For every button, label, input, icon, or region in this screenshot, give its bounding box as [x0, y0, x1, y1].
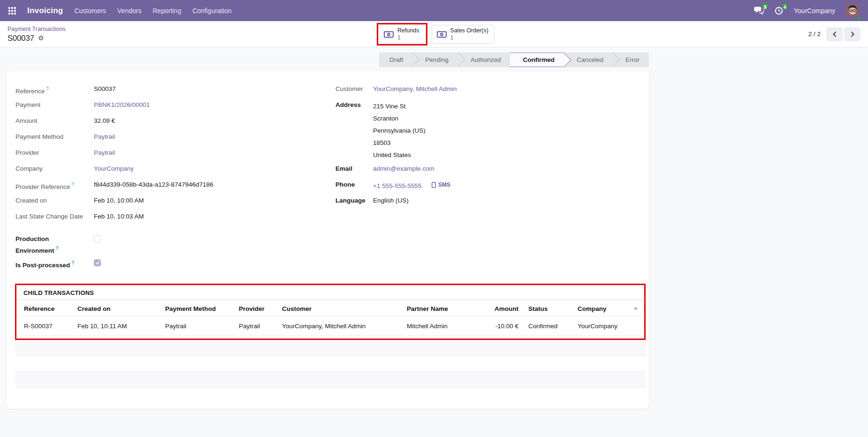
field-value: Feb 10, 10:03 AM — [94, 212, 144, 221]
nav-menu-configuration[interactable]: Configuration — [192, 7, 231, 15]
status-draft[interactable]: Draft — [379, 53, 412, 67]
empty-row — [15, 372, 646, 388]
sms-button[interactable]: SMS — [432, 180, 450, 189]
col-customer[interactable]: Customer — [278, 301, 403, 316]
breadcrumb: Payment Transactions S00037 ⚙ — [8, 26, 66, 43]
field-email: Email admin@example.com — [335, 161, 640, 177]
field-label: Email — [335, 164, 367, 173]
company-link[interactable]: YourCompany — [94, 164, 134, 173]
provider-link[interactable]: Paytrail — [94, 148, 115, 158]
status-label: Draft — [389, 56, 403, 63]
payment-link[interactable]: PBNK1/2026/00001 — [94, 100, 150, 110]
refunds-count: 1 — [397, 34, 419, 41]
help-icon: ? — [71, 182, 74, 187]
status-label: Authorized — [471, 56, 501, 63]
messages-icon[interactable]: 8 — [754, 6, 764, 15]
fields-right-column: Customer YourCompany, Mitchell Admin Add… — [335, 82, 640, 271]
sort-arrows-icon — [634, 305, 638, 312]
pager-counter[interactable]: 2 / 2 — [808, 30, 821, 38]
field-provider: Provider Paytrail — [15, 145, 335, 161]
field-label: Customer — [335, 84, 367, 94]
address-line: United States — [373, 149, 426, 161]
field-label: Payment Method — [15, 132, 88, 142]
chevron-right-icon — [850, 31, 855, 38]
is-post-processed-checkbox[interactable] — [94, 259, 101, 266]
field-label: Last State Change Date — [15, 212, 88, 221]
col-provider[interactable]: Provider — [235, 301, 278, 316]
actions-gear-icon[interactable]: ⚙ — [38, 35, 44, 41]
status-label: Error — [625, 56, 640, 63]
col-created-on[interactable]: Created on — [74, 301, 161, 316]
table-header-row: Reference Created on Payment Method Prov… — [16, 301, 644, 316]
company-switcher[interactable]: YourCompany — [794, 7, 835, 15]
record-title: S00037 — [8, 34, 34, 43]
status-authorized[interactable]: Authorized — [458, 53, 510, 67]
fields-left-column: Reference? S00037 Payment PBNK1/2026/000… — [15, 82, 335, 271]
phone-link[interactable]: +1 555-555-5555 — [373, 182, 421, 189]
field-reference: Reference? S00037 — [15, 82, 335, 98]
user-avatar[interactable] — [845, 3, 860, 19]
checkmark-icon — [95, 261, 100, 265]
statusbar: Draft Pending Authorized Confirmed Cance… — [379, 53, 649, 67]
col-status[interactable]: Status — [522, 301, 574, 316]
pager-next-button[interactable] — [844, 27, 860, 41]
email-link[interactable]: admin@example.com — [373, 164, 434, 173]
language-value: English (US) — [373, 196, 409, 205]
table-row[interactable]: R-S00037 Feb 10, 10:11 AM Paytrail Paytr… — [16, 316, 644, 336]
apps-grid-icon[interactable] — [8, 7, 16, 15]
sales-orders-count: 1 — [450, 34, 488, 41]
field-label: Is Post-processed? — [15, 258, 88, 270]
optional-columns-icon[interactable] — [634, 305, 640, 312]
address-line: 215 Vine St — [373, 100, 426, 113]
payment-method-link[interactable]: Paytrail — [94, 132, 115, 142]
nav-menu-customers[interactable]: Customers — [74, 7, 106, 15]
col-payment-method[interactable]: Payment Method — [161, 301, 235, 316]
status-confirmed-active[interactable]: Confirmed — [510, 53, 564, 67]
annotation-highlight-child-transactions: CHILD TRANSACTIONS Reference Created on … — [15, 284, 646, 340]
field-payment-method: Payment Method Paytrail — [15, 129, 335, 145]
col-amount[interactable]: Amount — [489, 301, 522, 316]
field-payment: Payment PBNK1/2026/00001 — [15, 98, 335, 113]
online-status-dot — [856, 15, 861, 21]
empty-row — [15, 388, 646, 404]
field-value: f844d339-058b-43da-a123-8747946d7186 — [94, 180, 213, 189]
status-label: Pending — [425, 56, 449, 63]
field-label: Phone — [335, 180, 367, 189]
field-label: Production Environment? — [15, 234, 88, 256]
child-transactions-table: Reference Created on Payment Method Prov… — [16, 301, 644, 336]
top-navbar: Invoicing Customers Vendors Reporting Co… — [0, 0, 868, 21]
cell-payment-method: Paytrail — [161, 316, 235, 336]
pager-previous-button[interactable] — [826, 27, 843, 41]
pager: 2 / 2 — [808, 27, 860, 41]
field-last-state-change: Last State Change Date Feb 10, 10:03 AM — [15, 209, 335, 232]
cell-status: Confirmed — [522, 316, 574, 336]
app-name[interactable]: Invoicing — [27, 6, 63, 15]
field-label: Provider — [15, 148, 88, 158]
form-sheet: Reference? S00037 Payment PBNK1/2026/000… — [7, 71, 649, 409]
col-reference[interactable]: Reference — [16, 301, 74, 316]
cell-created-on: Feb 10, 10:11 AM — [74, 316, 161, 336]
field-is-post-processed: Is Post-processed? — [15, 256, 335, 271]
banknote-icon — [384, 31, 394, 38]
col-partner-name[interactable]: Partner Name — [403, 301, 489, 316]
field-value: S00037 — [94, 84, 116, 94]
sales-orders-button[interactable]: Sales Order(s) 1 — [432, 25, 495, 44]
field-label: Created on — [15, 196, 88, 205]
field-value: Feb 10, 10:00 AM — [94, 196, 144, 205]
refunds-button[interactable]: Refunds 1 — [379, 25, 426, 44]
customer-link[interactable]: YourCompany, Mitchell Admin — [373, 84, 457, 94]
production-environment-checkbox[interactable] — [94, 235, 101, 242]
activities-icon[interactable]: 4 — [774, 6, 784, 15]
address-line: Scranton — [373, 113, 426, 125]
avatar-image — [845, 3, 860, 17]
field-label: Company — [15, 164, 88, 173]
refunds-label: Refunds — [397, 27, 419, 34]
field-label: Reference? — [15, 84, 88, 96]
nav-menu-reporting[interactable]: Reporting — [152, 7, 181, 15]
col-company[interactable]: Company — [574, 301, 630, 316]
breadcrumb-parent-link[interactable]: Payment Transactions — [8, 26, 66, 32]
cell-amount: -10.00 € — [489, 316, 522, 336]
nav-menu-vendors[interactable]: Vendors — [117, 7, 141, 15]
cell-reference: R-S00037 — [16, 316, 74, 336]
field-label: Language — [335, 196, 367, 205]
